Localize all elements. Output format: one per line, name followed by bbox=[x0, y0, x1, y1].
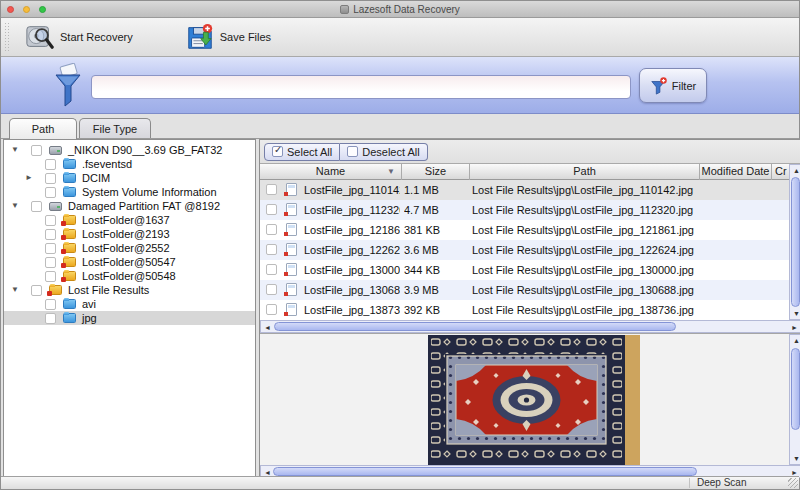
tree-item[interactable]: Damaged Partition FAT @8192 bbox=[4, 199, 255, 213]
tree-item[interactable]: .fseventsd bbox=[4, 157, 255, 171]
tree-item-checkbox[interactable] bbox=[45, 229, 56, 240]
selection-actions-bar: Select All Deselect All bbox=[260, 140, 800, 164]
app-icon bbox=[340, 5, 349, 14]
preview-vertical-scrollbar[interactable]: ▲ ▼ bbox=[789, 334, 800, 465]
tree-item-checkbox[interactable] bbox=[45, 173, 56, 184]
table-row[interactable]: LostFile_jpg_122624.... 3.6 MB Lost File… bbox=[260, 240, 789, 260]
drive-icon bbox=[49, 202, 62, 211]
tree-item-label: System Volume Information bbox=[82, 186, 217, 198]
preview-scroll-right-icon[interactable]: ► bbox=[791, 469, 798, 476]
tree-item[interactable]: LostFolder@1637 bbox=[4, 213, 255, 227]
tab-path[interactable]: Path bbox=[9, 118, 77, 139]
start-recovery-button[interactable]: Start Recovery bbox=[19, 20, 139, 54]
deselect-all-label: Deselect All bbox=[362, 146, 419, 158]
expander-icon[interactable] bbox=[25, 171, 37, 185]
table-horizontal-scrollbar[interactable]: ◄ ► bbox=[260, 320, 800, 333]
toolbar-grip bbox=[4, 22, 10, 52]
tree-item-checkbox[interactable] bbox=[45, 299, 56, 310]
tree-item[interactable]: DCIM bbox=[4, 171, 255, 185]
save-files-label: Save Files bbox=[220, 31, 271, 43]
table-vertical-scrollbar[interactable]: ▲ ▼ bbox=[789, 164, 800, 320]
preview-scroll-left-icon[interactable]: ◄ bbox=[264, 469, 271, 476]
hard-drive-search-icon bbox=[25, 22, 55, 52]
tree-item[interactable]: System Volume Information bbox=[4, 185, 255, 199]
resize-grip-icon[interactable] bbox=[788, 478, 798, 488]
row-checkbox[interactable] bbox=[266, 224, 277, 235]
preview-scroll-up-icon[interactable]: ▲ bbox=[793, 337, 800, 344]
tree-item-label: LostFolder@50547 bbox=[82, 256, 176, 268]
lost-file-icon bbox=[286, 183, 297, 196]
status-bar: Deep Scan bbox=[1, 476, 799, 489]
preview-pane: ▲ ▼ bbox=[260, 333, 800, 465]
deselect-all-button[interactable]: Deselect All bbox=[340, 143, 427, 161]
filter-funnel-icon bbox=[51, 63, 85, 109]
tree-item-checkbox[interactable] bbox=[45, 313, 56, 324]
tree-item[interactable]: LostFolder@50548 bbox=[4, 269, 255, 283]
table-row[interactable]: LostFile_jpg_121861.... 381 KB Lost File… bbox=[260, 220, 789, 240]
tree-item[interactable]: avi bbox=[4, 297, 255, 311]
tree-item[interactable]: LostFolder@2552 bbox=[4, 241, 255, 255]
table-hscroll-thumb[interactable] bbox=[274, 322, 676, 331]
column-header-created[interactable]: Cr bbox=[772, 164, 789, 180]
tree-item-checkbox[interactable] bbox=[31, 201, 42, 212]
table-row[interactable]: LostFile_jpg_112320.... 4.7 MB Lost File… bbox=[260, 200, 789, 220]
title-bar[interactable]: Lazesoft Data Recovery bbox=[1, 1, 799, 18]
lost-folder-icon bbox=[63, 243, 76, 253]
sort-indicator-icon: ▼ bbox=[387, 164, 395, 179]
preview-vscroll-thumb[interactable] bbox=[791, 348, 800, 430]
column-header-modified-date[interactable]: Modified Date bbox=[700, 164, 772, 180]
expander-icon[interactable] bbox=[11, 143, 23, 157]
row-checkbox[interactable] bbox=[266, 304, 277, 315]
scroll-up-icon[interactable]: ▲ bbox=[793, 167, 800, 174]
table-row[interactable]: LostFile_jpg_138736.... 392 KB Lost File… bbox=[260, 300, 789, 320]
expander-icon[interactable] bbox=[11, 283, 23, 297]
table-row[interactable]: LostFile_jpg_130688.... 3.9 MB Lost File… bbox=[260, 280, 789, 300]
tree-item-label: Damaged Partition FAT @8192 bbox=[68, 200, 220, 212]
column-header-name[interactable]: Name ▼ bbox=[260, 164, 402, 180]
tree-item-label: .fseventsd bbox=[82, 158, 132, 170]
filter-button[interactable]: Filter bbox=[639, 68, 707, 103]
tree-item[interactable]: LostFolder@50547 bbox=[4, 255, 255, 269]
tree-item-checkbox[interactable] bbox=[45, 159, 56, 170]
view-tabs: Path File Type bbox=[1, 114, 799, 139]
row-checkbox[interactable] bbox=[266, 204, 277, 215]
deselect-all-icon bbox=[347, 146, 358, 157]
column-header-path[interactable]: Path bbox=[470, 164, 700, 180]
scroll-down-icon[interactable]: ▼ bbox=[793, 310, 800, 317]
save-files-button[interactable]: Save Files bbox=[179, 20, 277, 54]
table-row[interactable]: LostFile_jpg_110142.... 1.1 MB Lost File… bbox=[260, 180, 789, 200]
tree-item[interactable]: Lost File Results bbox=[4, 283, 255, 297]
lost-file-icon bbox=[286, 223, 297, 236]
tree-item[interactable]: _NIKON D90__3.69 GB_FAT32 bbox=[4, 143, 255, 157]
expander-icon[interactable] bbox=[11, 199, 23, 213]
select-all-button[interactable]: Select All bbox=[264, 143, 340, 161]
table-row[interactable]: LostFile_jpg_130000.... 344 KB Lost File… bbox=[260, 260, 789, 280]
tree-item-checkbox[interactable] bbox=[45, 243, 56, 254]
tree-item-checkbox[interactable] bbox=[31, 145, 42, 156]
tree-item-checkbox[interactable] bbox=[45, 215, 56, 226]
folder-icon bbox=[63, 313, 76, 323]
preview-hscroll-thumb[interactable] bbox=[273, 467, 697, 476]
row-checkbox[interactable] bbox=[266, 264, 277, 275]
tree-item[interactable]: jpg bbox=[4, 311, 255, 325]
row-checkbox[interactable] bbox=[266, 244, 277, 255]
tree-item-checkbox[interactable] bbox=[45, 271, 56, 282]
column-header-size[interactable]: Size bbox=[402, 164, 470, 180]
folder-icon bbox=[63, 187, 76, 197]
cell-path: Lost File Results\jpg\LostFile_jpg_12186… bbox=[472, 220, 782, 240]
folder-icon bbox=[63, 299, 76, 309]
row-checkbox[interactable] bbox=[266, 284, 277, 295]
tree-item-checkbox[interactable] bbox=[31, 285, 42, 296]
scroll-right-icon[interactable]: ► bbox=[791, 324, 798, 331]
row-checkbox[interactable] bbox=[266, 184, 277, 195]
tab-file-type[interactable]: File Type bbox=[79, 118, 151, 139]
tree-item-checkbox[interactable] bbox=[45, 257, 56, 268]
tree-item[interactable]: LostFolder@2193 bbox=[4, 227, 255, 241]
cell-name: LostFile_jpg_138736.... bbox=[304, 300, 400, 320]
table-vscroll-thumb[interactable] bbox=[791, 177, 800, 307]
preview-scroll-down-icon[interactable]: ▼ bbox=[793, 455, 800, 462]
scroll-left-icon[interactable]: ◄ bbox=[264, 324, 271, 331]
tree-item-checkbox[interactable] bbox=[45, 187, 56, 198]
filter-input[interactable] bbox=[91, 75, 631, 99]
filter-bar: Filter bbox=[1, 57, 799, 114]
